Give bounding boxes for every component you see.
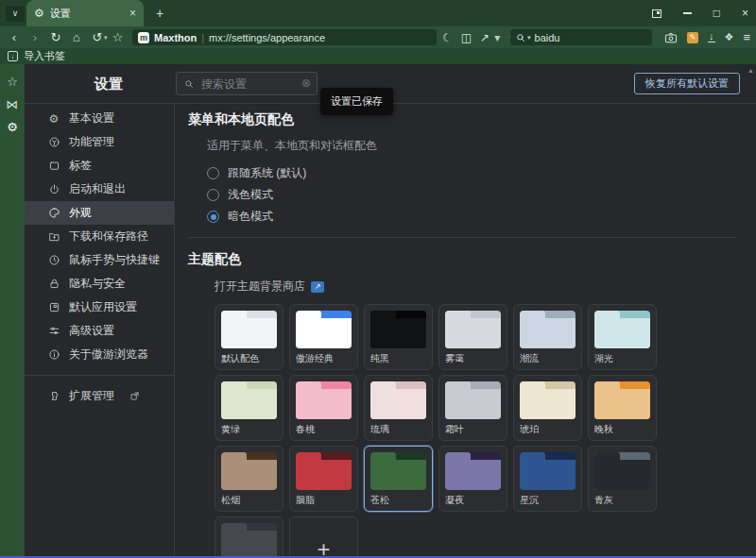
quick-search-box[interactable]: ▾ baidu [510,29,652,45]
theme-cell[interactable]: 湖光 [588,304,657,370]
theme-cell[interactable]: 青灰 [588,446,657,512]
settings-strip-icon[interactable]: ⚙ [7,121,18,133]
settings-search-input[interactable] [177,73,317,94]
bookmark-star-icon[interactable]: ☆ [108,30,129,44]
swatch-body [520,389,576,419]
tab-list-dropdown-button[interactable]: ∨ [6,6,25,22]
radio-checked-icon[interactable] [207,211,219,223]
theme-cell[interactable]: 雾霭 [438,304,507,370]
sidebar-item-appearance[interactable]: 外观 [25,201,174,225]
close-window-icon[interactable]: × [742,8,748,19]
main-menu-icon[interactable]: ≡ [743,30,750,44]
theme-cell[interactable]: 凝夜 [438,446,507,512]
theme-swatch [221,452,277,490]
sidebar-item-apps[interactable]: 默认应用设置 [25,296,174,319]
radio-icon[interactable] [207,189,219,201]
theme-cell[interactable]: 星沉 [513,446,582,512]
tab-close-icon[interactable]: × [129,8,136,19]
maximize-icon[interactable]: □ [713,8,720,19]
theme-cell[interactable]: 傲游经典 [289,304,358,370]
theme-swatch [594,452,650,490]
toolbar-mid-icons: ☾ ◫ ↗▾ ☆ [442,26,519,48]
sidebar-item-label: 隐私与安全 [69,276,126,292]
clear-search-icon[interactable]: ⊗ [301,76,311,90]
theme-cell[interactable]: 潮流 [513,304,582,370]
sidebar-item-tabs[interactable]: 标签 [25,154,174,178]
minimize-icon[interactable] [683,12,692,14]
theme-store-link[interactable]: 打开主题背景商店 [215,279,305,295]
sidebar-item-folder[interactable]: 下载和保存路径 [25,225,174,248]
tab-settings[interactable]: ⚙ 设置 × [26,0,144,26]
back-icon[interactable]: ‹ [4,30,25,44]
share-dropdown-icon[interactable]: ▾ [494,31,500,44]
sidebar-item-gear[interactable]: ⚙基本设置 [25,107,174,130]
settings-sidebar-list: ⚙基本设置功能管理标签启动和退出外观下载和保存路径鼠标手势与快捷键隐私与安全默认… [25,107,174,366]
theme-name: 青灰 [594,494,650,507]
theme-cell[interactable]: 琥珀 [513,375,582,441]
theme-name: 潮流 [520,352,576,365]
settings-page: 设置 ⊗ 恢复所有默认设置 ▲ 设置已保存 ⚙基本设置功能管理标签启动和退出外观… [25,64,756,558]
option-label: 浅色模式 [228,187,273,203]
color-mode-option[interactable]: 跟随系统 (默认) [207,162,756,184]
theme-cell[interactable]: 春桃 [289,375,358,441]
swatch-tab-notch [370,381,396,389]
reload-icon[interactable]: ↻ [45,30,66,44]
theme-cell[interactable]: 琉璃 [364,375,433,441]
theme-swatch [445,381,501,419]
home-icon[interactable]: ⌂ [66,30,87,44]
reading-mode-icon[interactable]: ☾ [442,31,453,44]
window-controls: □ × [652,0,748,26]
address-separator: | [201,32,204,43]
boss-key-icon[interactable] [652,9,662,18]
screenshot-camera-icon[interactable] [664,32,678,43]
theme-cell[interactable]: 苍松 [364,446,433,512]
sidebar-item-advanced[interactable]: 高级设置 [25,319,174,343]
tabs-icon [47,160,60,173]
theme-swatch [370,381,426,419]
open-store-icon[interactable]: ↗ [311,281,324,293]
theme-cell[interactable]: 胭脂 [289,446,358,512]
theme-swatch [594,381,650,419]
swatch-body [594,389,650,419]
passkeeper-strip-icon[interactable]: ⋈ [7,98,19,110]
favorites-strip-icon[interactable]: ☆ [7,76,18,88]
theme-cell[interactable]: 霜叶 [438,375,507,441]
lock-icon [47,278,60,291]
color-mode-option[interactable]: 浅色模式 [207,184,756,206]
sidebar-item-label: 关于傲游浏览器 [69,347,148,363]
reader-panel-icon[interactable]: ◫ [461,31,472,44]
theme-name: 默认配色 [221,352,277,365]
theme-cell[interactable]: 晚秋 [588,375,657,441]
theme-name: 凝夜 [445,494,501,507]
restore-defaults-button[interactable]: 恢复所有默认设置 [634,73,740,94]
sidebar-item-extensions[interactable]: 扩展管理 [25,384,174,408]
sidebar-item-power[interactable]: 启动和退出 [25,178,174,201]
forward-icon[interactable]: › [25,30,45,44]
theme-cell[interactable]: 松烟 [215,446,284,512]
sidebar-item-features[interactable]: 功能管理 [25,130,174,154]
address-bar[interactable]: m Maxthon | mx://settings/appearance [132,29,437,45]
import-bookmarks-button[interactable]: 导入书签 [24,49,65,63]
add-theme-cell[interactable]: + [289,516,358,558]
search-engine-dropdown-icon[interactable]: ▾ [527,34,531,42]
downloads-icon[interactable]: ↓ [708,32,715,42]
settings-content: 菜单和本地页配色 适用于菜单、本地页和对话框配色 跟随系统 (默认)浅色模式暗色… [175,104,756,558]
scrollbar-up-icon[interactable]: ▲ [747,67,754,74]
theme-cell[interactable]: 暗夜 [215,516,284,558]
chevron-down-icon: ∨ [12,8,19,18]
radio-icon[interactable] [207,167,219,179]
sidebar-item-lock[interactable]: 隐私与安全 [25,272,174,296]
theme-name: 傲游经典 [296,352,352,365]
sidebar-item-gestures[interactable]: 鼠标手势与快捷键 [25,248,174,272]
maxnote-icon[interactable]: ✎ [687,32,698,43]
theme-cell[interactable]: 黄绿 [215,375,284,441]
search-engine-text: baidu [535,32,560,43]
share-icon[interactable]: ↗ [480,31,490,44]
theme-cell[interactable]: 默认配色 [215,304,284,370]
extensions-icon[interactable]: ❖ [725,31,734,43]
theme-cell[interactable]: 纯黑 [364,304,433,370]
new-tab-button[interactable]: + [151,5,168,22]
theme-store-row: 打开主题背景商店 ↗ [215,279,756,295]
sidebar-item-about[interactable]: 关于傲游浏览器 [25,343,174,366]
color-mode-option[interactable]: 暗色模式 [207,206,756,228]
